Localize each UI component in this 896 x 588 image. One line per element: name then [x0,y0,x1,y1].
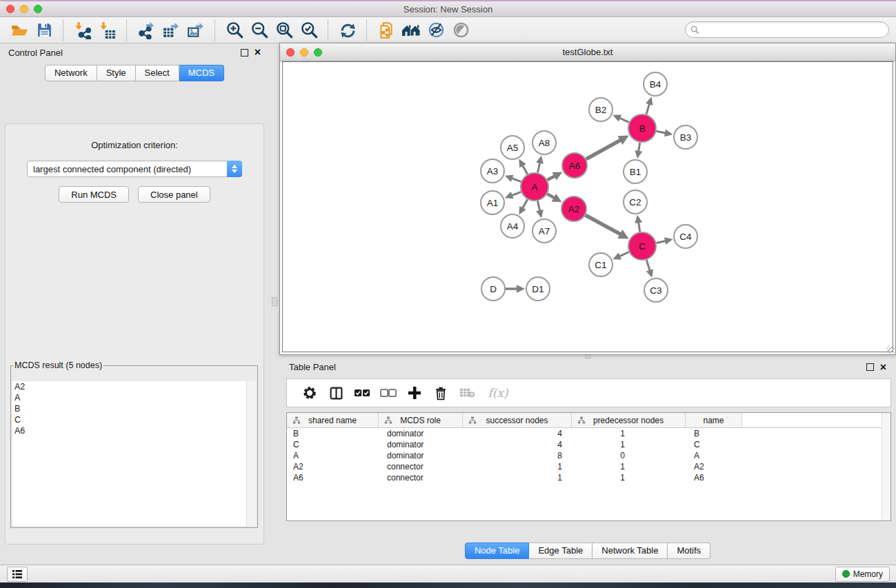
table-cell[interactable]: dominator [379,429,463,438]
memory-button[interactable]: Memory [835,567,890,582]
vertical-panel-divider[interactable] [269,43,279,565]
graph-node-B1[interactable]: B1 [624,160,647,183]
delete-selected-button[interactable] [428,381,454,405]
table-cell[interactable]: A [287,451,379,460]
graph-node-C2[interactable]: C2 [624,190,647,214]
divider-grip[interactable] [272,297,277,306]
graph-node-A2[interactable]: A2 [561,196,586,221]
search-input[interactable] [702,24,883,35]
table-panel-float-icon[interactable] [866,363,874,371]
table-cell[interactable]: A2 [287,462,379,472]
table-cell[interactable]: A [686,451,742,460]
graph-edge-A-A8[interactable] [536,156,544,173]
run-mcds-button[interactable]: Run MCDS [59,186,129,203]
graph-edge-B-B3[interactable] [657,129,673,136]
refresh-button[interactable] [335,19,360,41]
export-network-button[interactable] [134,19,159,41]
graph-node-C3[interactable]: C3 [644,278,668,302]
graph-node-B[interactable]: B [628,114,656,142]
graph-edge-A-A2[interactable] [547,194,561,202]
graph-node-A5[interactable]: A5 [501,136,524,159]
graph-edge-A6-B[interactable] [586,136,629,159]
export-table-button[interactable] [159,19,183,41]
table-cell[interactable]: A2 [686,462,742,472]
table-row[interactable]: Adominator80A [287,450,890,461]
tab-style[interactable]: Style [97,65,136,81]
graph-edge-A-A1[interactable] [505,192,521,199]
mcds-result-item[interactable]: A6 [12,425,256,436]
table-cell[interactable]: B [287,429,379,438]
zoom-out-button[interactable] [247,19,272,41]
tab-motifs[interactable]: Motifs [668,543,710,559]
graph-edge-B-B1[interactable] [635,143,642,159]
table-cell[interactable]: C [287,440,379,449]
clone-network-button[interactable] [374,19,399,41]
network-window-titlebar[interactable]: testGlobe.txt [280,43,895,61]
show-eye-button[interactable] [448,19,473,41]
result-list-scrollbar[interactable] [246,381,256,526]
network-canvas[interactable]: AA1A2A3A4A5A6A7A8BB1B2B3B4CC1C2C3C4DD1 [282,61,893,352]
graph-node-A[interactable]: A [521,173,548,201]
table-row[interactable]: A2connector11A2 [287,461,890,472]
column-header-shared-name[interactable]: shared name [287,413,379,427]
graph-edge-C-C1[interactable] [613,252,629,260]
graph-edge-A-A6[interactable] [548,172,563,180]
graph-node-D1[interactable]: D1 [526,277,550,301]
add-column-button[interactable] [401,381,428,405]
task-history-button[interactable] [7,567,28,582]
column-header-predecessor-nodes[interactable]: predecessor nodes [572,413,686,427]
graph-node-A8[interactable]: A8 [532,131,556,154]
graph-edge-A-A7[interactable] [536,201,544,219]
table-cell[interactable]: connector [379,462,463,472]
column-header-MCDS-role[interactable]: MCDS role [379,413,463,427]
graph-edge-D-D1[interactable] [506,285,525,293]
table-cell[interactable]: 1 [463,462,572,472]
table-cell[interactable]: 1 [572,462,686,472]
zoom-selected-button[interactable] [297,19,321,41]
graph-node-A7[interactable]: A7 [532,219,556,243]
tab-network[interactable]: Network [45,65,97,81]
table-cell[interactable]: 0 [572,451,686,460]
deselect-all-button[interactable] [375,381,401,405]
mcds-result-item[interactable]: A2 [12,381,256,392]
table-cell[interactable]: 1 [463,473,572,483]
tab-edge-table[interactable]: Edge Table [529,543,593,559]
graph-edge-A-A5[interactable] [519,159,527,174]
graph-node-C1[interactable]: C1 [589,253,613,276]
graph-node-C4[interactable]: C4 [674,225,697,248]
mcds-result-item[interactable]: A [12,392,256,403]
export-image-button[interactable] [183,19,208,41]
graph-edge-A-A3[interactable] [505,175,521,182]
show-column-panel-button[interactable] [323,381,349,405]
control-panel-close-icon[interactable]: × [255,49,261,56]
table-cell[interactable]: C [686,440,742,449]
graph-edge-A2-C[interactable] [586,215,629,239]
open-file-button[interactable] [7,19,32,41]
save-session-button[interactable] [32,19,57,41]
table-cell[interactable]: 1 [572,440,686,449]
graph-node-A6[interactable]: A6 [562,153,587,178]
graph-node-B2[interactable]: B2 [589,98,613,121]
zoom-fit-button[interactable] [272,19,297,41]
graph-node-C[interactable]: C [628,232,656,260]
table-row[interactable]: Cdominator41C [287,439,890,450]
table-cell[interactable]: dominator [379,451,463,460]
table-cell[interactable]: 1 [572,473,686,483]
import-network-button[interactable] [70,19,95,41]
tab-network-table[interactable]: Network Table [593,543,668,559]
graph-node-A3[interactable]: A3 [481,159,504,183]
table-cell[interactable]: B [686,429,742,438]
table-cell[interactable]: 8 [463,451,572,460]
mcds-result-item[interactable]: B [12,403,256,414]
table-cell[interactable]: 4 [463,440,572,449]
zoom-in-button[interactable] [222,19,247,41]
select-all-button[interactable] [349,381,375,405]
import-table-button[interactable] [95,19,120,41]
graph-node-B3[interactable]: B3 [674,125,697,149]
tab-mcds[interactable]: MCDS [179,65,224,81]
table-scrollbar[interactable] [882,413,890,520]
table-cell[interactable]: 4 [463,429,572,438]
control-panel-float-icon[interactable] [241,49,248,57]
select-stepper[interactable] [227,161,242,177]
table-row[interactable]: Bdominator41B [287,428,890,439]
